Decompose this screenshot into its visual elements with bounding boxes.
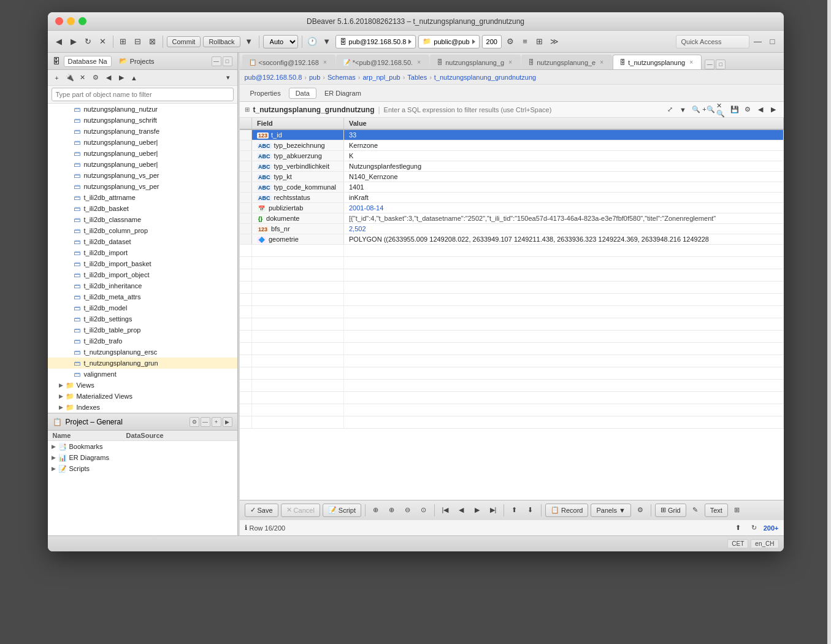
project-restore-btn[interactable]: ▶: [223, 417, 232, 427]
nav-back-icon[interactable]: ◀: [53, 36, 65, 48]
data-tab[interactable]: Data: [289, 88, 316, 99]
export-btn[interactable]: ⬆: [508, 504, 521, 517]
tree-item-nutzungsplanung_vs_per1[interactable]: 🗃nutzungsplanung_vs_per: [48, 170, 237, 181]
settings2-btn[interactable]: ⚙: [634, 504, 647, 517]
filter-expand-btn[interactable]: ⤢: [665, 104, 676, 115]
tree-item-nutzungsplanung_nutzung[interactable]: 🗃nutzungsplanung_nutzur: [48, 104, 237, 115]
tree-item-t_ili2db_dataset[interactable]: 🗃t_ili2db_dataset: [48, 236, 237, 247]
table-row[interactable]: ABCtyp_ktN140_Kernzone: [240, 172, 784, 182]
text-button[interactable]: Text: [705, 504, 728, 517]
tree-item-t_ili2db_settings[interactable]: 🗃t_ili2db_settings: [48, 313, 237, 324]
project-minimize-btn[interactable]: —: [201, 417, 210, 427]
tab-nutze-close[interactable]: ×: [598, 59, 605, 66]
breadcrumb-schema[interactable]: arp_npl_pub: [362, 74, 400, 81]
tree-item-t_ili2db_inheritance[interactable]: 🗃t_ili2db_inheritance: [48, 280, 237, 291]
columns-icon[interactable]: ⊞: [534, 36, 546, 48]
grid-button[interactable]: ⊞ Grid: [655, 504, 686, 517]
nav-first-btn[interactable]: |◀: [438, 504, 452, 517]
tree-item-t_ili2db_column_prop[interactable]: 🗃t_ili2db_column_prop: [48, 225, 237, 236]
value-cell[interactable]: K: [344, 151, 784, 161]
filter-prev-btn[interactable]: ◀: [755, 104, 766, 115]
tab-tnutz-close[interactable]: ×: [687, 59, 695, 66]
minimize-panel-icon[interactable]: —: [752, 36, 764, 48]
nav-collapse-btn[interactable]: ▾: [223, 72, 234, 83]
text-icon-btn[interactable]: ✎: [689, 504, 702, 517]
connection-info[interactable]: 🗄 pub@192.168.50.8: [335, 35, 416, 48]
projects-tab[interactable]: 📂 Projects: [115, 56, 158, 66]
rollback-button[interactable]: Rollback: [203, 36, 240, 47]
tab-pub-sql-close[interactable]: ×: [415, 59, 423, 66]
tree-item-t_ili2db_import_object[interactable]: 🗃t_ili2db_import_object: [48, 269, 237, 280]
filter-icon[interactable]: ≡: [519, 36, 531, 48]
tree-item-nutzungsplanung_transf[interactable]: 🗃nutzungsplanung_transfe: [48, 126, 237, 137]
tab-nutzungsplanung-g[interactable]: 🗄 nutzungsplanung_g ×: [430, 55, 521, 69]
tab-nutzungsplanung-e[interactable]: 🗄 nutzungsplanung_e ×: [521, 55, 612, 69]
save-button[interactable]: ✓ Save: [245, 504, 278, 517]
table-row[interactable]: 123bfs_nr2,502: [240, 224, 784, 234]
project-bookmarks[interactable]: ▶ 📑 Bookmarks: [48, 441, 237, 452]
tree-item-t_nutzungsplanung_grun[interactable]: 🗃t_nutzungsplanung_grun: [48, 358, 237, 369]
filter-next-btn[interactable]: ▶: [768, 104, 779, 115]
filter-input[interactable]: [384, 106, 661, 113]
tab-pub-sql[interactable]: 📝 *<pub@192.168.50. ×: [336, 55, 429, 69]
nav-up-btn[interactable]: ▲: [129, 72, 140, 83]
quick-access-bar[interactable]: Quick Access: [676, 35, 749, 48]
value-cell[interactable]: 33: [344, 129, 784, 140]
layout2-icon[interactable]: ⊟: [132, 36, 144, 48]
auto-commit-select[interactable]: Auto: [263, 35, 298, 48]
nav-forward-icon[interactable]: ▶: [67, 36, 80, 48]
filter-dropdown-btn[interactable]: ▼: [678, 104, 689, 115]
tree-item-views_folder[interactable]: ▶📁Views: [48, 380, 237, 391]
tab-t-nutzungsplanung[interactable]: 🗄 t_nutzungsplanung ×: [613, 55, 702, 69]
value-cell[interactable]: POLYGON ((2633955.009 1249208.022, 26339…: [344, 234, 784, 245]
tab-soconfig-close[interactable]: ×: [321, 59, 329, 66]
project-add-btn[interactable]: +: [212, 417, 221, 427]
value-cell[interactable]: Kernzone: [344, 140, 784, 151]
filter-save-btn[interactable]: 💾: [729, 104, 740, 115]
close-button[interactable]: [55, 17, 63, 25]
db-nav-tab[interactable]: Database Na: [64, 56, 112, 67]
tabs-restore-btn[interactable]: □: [716, 59, 726, 69]
breadcrumb-table[interactable]: t_nutzungsplanung_grundnutzung: [434, 74, 536, 81]
tree-item-indexes[interactable]: ▶📁Indexes: [48, 402, 237, 413]
table-row[interactable]: ABCtyp_code_kommunal1401: [240, 182, 784, 193]
filter-apply-btn[interactable]: 🔍: [691, 104, 702, 115]
value-cell[interactable]: inKraft: [344, 193, 784, 203]
value-cell[interactable]: 1401: [344, 182, 784, 193]
tree-item-t_ili2db_import_basket[interactable]: 🗃t_ili2db_import_basket: [48, 258, 237, 269]
er-diagram-tab[interactable]: ER Diagram: [318, 88, 368, 99]
row-delete-btn[interactable]: ⊖: [401, 504, 415, 517]
clock-icon[interactable]: 🕐: [306, 36, 318, 48]
table-row[interactable]: 123t_id33: [240, 129, 784, 140]
col-value-header[interactable]: Value: [344, 118, 784, 129]
table-row[interactable]: ABCtyp_abkuerzungK: [240, 151, 784, 161]
nav-disconnect-btn[interactable]: ✕: [77, 72, 88, 83]
record-button[interactable]: 📋 Record: [545, 504, 588, 517]
refresh-icon[interactable]: ↻: [82, 36, 94, 48]
breadcrumb-tables[interactable]: Tables: [407, 74, 427, 81]
nav-new-btn[interactable]: +: [52, 72, 63, 83]
breadcrumb-db[interactable]: pub: [309, 74, 320, 81]
schema-info[interactable]: 📁 public@pub: [418, 35, 479, 48]
tree-item-nutzungsplanung_schrift[interactable]: 🗃nutzungsplanung_schrift: [48, 115, 237, 126]
breadcrumb-schemas[interactable]: Schemas: [327, 74, 356, 81]
settings-icon[interactable]: ⚙: [504, 36, 516, 48]
extra-btn[interactable]: ⊞: [730, 504, 744, 517]
tree-item-t_ili2db_table_prop[interactable]: 🗃t_ili2db_table_prop: [48, 324, 237, 335]
project-scripts[interactable]: ▶ 📝 Scripts: [48, 463, 237, 474]
layout-icon[interactable]: ⊞: [117, 36, 129, 48]
nav-settings-btn[interactable]: ⚙: [90, 72, 101, 83]
stop-icon[interactable]: ✕: [97, 36, 109, 48]
tree-item-t_ili2db_basket[interactable]: 🗃t_ili2db_basket: [48, 203, 237, 214]
properties-tab[interactable]: Properties: [243, 88, 288, 99]
tx-icon[interactable]: ▼: [243, 36, 255, 48]
col-field-name-header[interactable]: Field: [252, 118, 344, 129]
limit-info[interactable]: 200: [482, 35, 502, 48]
tree-item-nutzungsplanung_vs_per2[interactable]: 🗃nutzungsplanung_vs_per: [48, 181, 237, 192]
nav-restore-btn[interactable]: □: [223, 56, 232, 66]
nav-connect-btn[interactable]: 🔌: [64, 72, 75, 83]
tabs-minimize-btn[interactable]: —: [705, 59, 714, 69]
value-cell[interactable]: Nutzungsplanfestlegung: [344, 161, 784, 172]
tree-item-t_ili2db_trafo[interactable]: 🗃t_ili2db_trafo: [48, 335, 237, 347]
nav-back2-btn[interactable]: ◀: [103, 72, 114, 83]
